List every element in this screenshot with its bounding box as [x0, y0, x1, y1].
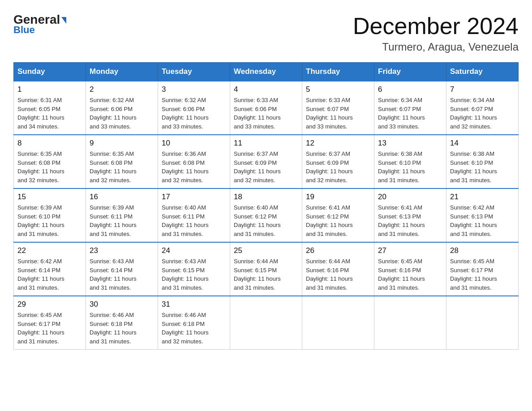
day-number: 31	[162, 300, 226, 309]
day-number: 2	[90, 85, 154, 94]
day-number: 29	[17, 300, 82, 309]
calendar-cell: 11Sunrise: 6:37 AMSunset: 6:09 PMDayligh…	[230, 135, 302, 188]
day-number: 14	[450, 139, 515, 148]
day-number: 21	[450, 193, 515, 201]
calendar-cell: 6Sunrise: 6:34 AMSunset: 6:07 PMDaylight…	[374, 81, 446, 135]
day-info: Sunrise: 6:37 AMSunset: 6:09 PMDaylight:…	[306, 150, 370, 184]
calendar-cell: 13Sunrise: 6:38 AMSunset: 6:10 PMDayligh…	[374, 135, 446, 188]
day-info: Sunrise: 6:32 AMSunset: 6:06 PMDaylight:…	[90, 96, 154, 131]
logo-blue: Blue	[13, 24, 35, 36]
calendar-week-row: 15Sunrise: 6:39 AMSunset: 6:10 PMDayligh…	[14, 188, 519, 242]
day-info: Sunrise: 6:39 AMSunset: 6:11 PMDaylight:…	[90, 203, 154, 238]
day-number: 6	[378, 85, 442, 94]
day-info: Sunrise: 6:40 AMSunset: 6:12 PMDaylight:…	[234, 203, 298, 238]
page-header: General Blue December 2024 Turmero, Arag…	[13, 13, 519, 53]
calendar-cell	[446, 296, 519, 350]
day-number: 18	[234, 193, 298, 201]
month-title: December 2024	[353, 13, 519, 39]
day-info: Sunrise: 6:43 AMSunset: 6:15 PMDaylight:…	[162, 257, 226, 292]
calendar-cell: 29Sunrise: 6:45 AMSunset: 6:17 PMDayligh…	[14, 296, 86, 350]
calendar-cell: 22Sunrise: 6:42 AMSunset: 6:14 PMDayligh…	[14, 242, 86, 296]
calendar-week-row: 22Sunrise: 6:42 AMSunset: 6:14 PMDayligh…	[14, 242, 519, 296]
day-info: Sunrise: 6:44 AMSunset: 6:16 PMDaylight:…	[306, 257, 370, 292]
calendar-cell: 8Sunrise: 6:35 AMSunset: 6:08 PMDaylight…	[14, 135, 86, 188]
day-number: 20	[378, 193, 442, 201]
day-info: Sunrise: 6:38 AMSunset: 6:10 PMDaylight:…	[378, 150, 442, 184]
day-info: Sunrise: 6:39 AMSunset: 6:10 PMDaylight:…	[17, 203, 82, 238]
day-info: Sunrise: 6:35 AMSunset: 6:08 PMDaylight:…	[17, 150, 82, 184]
day-info: Sunrise: 6:31 AMSunset: 6:05 PMDaylight:…	[17, 96, 82, 131]
day-info: Sunrise: 6:43 AMSunset: 6:14 PMDaylight:…	[90, 257, 154, 292]
day-number: 26	[306, 246, 370, 255]
day-info: Sunrise: 6:42 AMSunset: 6:14 PMDaylight:…	[17, 257, 82, 292]
calendar-cell: 19Sunrise: 6:41 AMSunset: 6:12 PMDayligh…	[302, 188, 374, 242]
calendar-cell	[302, 296, 374, 350]
calendar-cell: 15Sunrise: 6:39 AMSunset: 6:10 PMDayligh…	[14, 188, 86, 242]
calendar-cell: 28Sunrise: 6:45 AMSunset: 6:17 PMDayligh…	[446, 242, 519, 296]
day-number: 25	[234, 246, 298, 255]
calendar-cell: 25Sunrise: 6:44 AMSunset: 6:15 PMDayligh…	[230, 242, 302, 296]
day-number: 7	[450, 85, 515, 94]
day-number: 3	[162, 85, 226, 94]
day-info: Sunrise: 6:32 AMSunset: 6:06 PMDaylight:…	[162, 96, 226, 131]
day-info: Sunrise: 6:34 AMSunset: 6:07 PMDaylight:…	[450, 96, 515, 131]
calendar-cell	[374, 296, 446, 350]
day-number: 12	[306, 139, 370, 148]
day-number: 1	[17, 85, 82, 94]
calendar-cell: 31Sunrise: 6:46 AMSunset: 6:18 PMDayligh…	[158, 296, 230, 350]
day-number: 13	[378, 139, 442, 148]
weekday-header-tuesday: Tuesday	[158, 63, 230, 81]
calendar-cell: 26Sunrise: 6:44 AMSunset: 6:16 PMDayligh…	[302, 242, 374, 296]
day-number: 8	[17, 139, 82, 148]
logo: General Blue	[13, 13, 66, 36]
calendar-cell: 10Sunrise: 6:36 AMSunset: 6:08 PMDayligh…	[158, 135, 230, 188]
day-number: 5	[306, 85, 370, 94]
day-info: Sunrise: 6:35 AMSunset: 6:08 PMDaylight:…	[90, 150, 154, 184]
day-info: Sunrise: 6:42 AMSunset: 6:13 PMDaylight:…	[450, 203, 515, 238]
title-block: December 2024 Turmero, Aragua, Venezuela	[353, 13, 519, 53]
day-number: 10	[162, 139, 226, 148]
day-number: 16	[90, 193, 154, 201]
calendar-table: SundayMondayTuesdayWednesdayThursdayFrid…	[13, 62, 519, 350]
day-number: 17	[162, 193, 226, 201]
calendar-cell: 27Sunrise: 6:45 AMSunset: 6:16 PMDayligh…	[374, 242, 446, 296]
weekday-header-monday: Monday	[86, 63, 158, 81]
calendar-cell: 3Sunrise: 6:32 AMSunset: 6:06 PMDaylight…	[158, 81, 230, 135]
day-number: 11	[234, 139, 298, 148]
weekday-header-thursday: Thursday	[302, 63, 374, 81]
calendar-cell: 21Sunrise: 6:42 AMSunset: 6:13 PMDayligh…	[446, 188, 519, 242]
day-info: Sunrise: 6:45 AMSunset: 6:17 PMDaylight:…	[17, 311, 82, 346]
weekday-header-friday: Friday	[374, 63, 446, 81]
day-number: 19	[306, 193, 370, 201]
calendar-cell: 12Sunrise: 6:37 AMSunset: 6:09 PMDayligh…	[302, 135, 374, 188]
weekday-header-sunday: Sunday	[14, 63, 86, 81]
calendar-cell: 2Sunrise: 6:32 AMSunset: 6:06 PMDaylight…	[86, 81, 158, 135]
weekday-header-wednesday: Wednesday	[230, 63, 302, 81]
calendar-cell	[230, 296, 302, 350]
day-info: Sunrise: 6:33 AMSunset: 6:06 PMDaylight:…	[234, 96, 298, 131]
day-info: Sunrise: 6:46 AMSunset: 6:18 PMDaylight:…	[90, 311, 154, 346]
calendar-week-row: 1Sunrise: 6:31 AMSunset: 6:05 PMDaylight…	[14, 81, 519, 135]
day-info: Sunrise: 6:45 AMSunset: 6:17 PMDaylight:…	[450, 257, 515, 292]
day-number: 27	[378, 246, 442, 255]
calendar-cell: 9Sunrise: 6:35 AMSunset: 6:08 PMDaylight…	[86, 135, 158, 188]
calendar-cell: 24Sunrise: 6:43 AMSunset: 6:15 PMDayligh…	[158, 242, 230, 296]
calendar-cell: 5Sunrise: 6:33 AMSunset: 6:07 PMDaylight…	[302, 81, 374, 135]
day-info: Sunrise: 6:44 AMSunset: 6:15 PMDaylight:…	[234, 257, 298, 292]
day-number: 30	[90, 300, 154, 309]
calendar-cell: 18Sunrise: 6:40 AMSunset: 6:12 PMDayligh…	[230, 188, 302, 242]
calendar-cell: 20Sunrise: 6:41 AMSunset: 6:13 PMDayligh…	[374, 188, 446, 242]
calendar-cell: 14Sunrise: 6:38 AMSunset: 6:10 PMDayligh…	[446, 135, 519, 188]
day-number: 4	[234, 85, 298, 94]
day-info: Sunrise: 6:46 AMSunset: 6:18 PMDaylight:…	[162, 311, 226, 346]
day-number: 22	[17, 246, 82, 255]
day-info: Sunrise: 6:36 AMSunset: 6:08 PMDaylight:…	[162, 150, 226, 184]
day-info: Sunrise: 6:41 AMSunset: 6:13 PMDaylight:…	[378, 203, 442, 238]
location-title: Turmero, Aragua, Venezuela	[353, 41, 519, 53]
calendar-cell: 23Sunrise: 6:43 AMSunset: 6:14 PMDayligh…	[86, 242, 158, 296]
calendar-cell: 4Sunrise: 6:33 AMSunset: 6:06 PMDaylight…	[230, 81, 302, 135]
weekday-header-row: SundayMondayTuesdayWednesdayThursdayFrid…	[14, 63, 519, 81]
day-info: Sunrise: 6:33 AMSunset: 6:07 PMDaylight:…	[306, 96, 370, 131]
calendar-cell: 16Sunrise: 6:39 AMSunset: 6:11 PMDayligh…	[86, 188, 158, 242]
calendar-cell: 30Sunrise: 6:46 AMSunset: 6:18 PMDayligh…	[86, 296, 158, 350]
